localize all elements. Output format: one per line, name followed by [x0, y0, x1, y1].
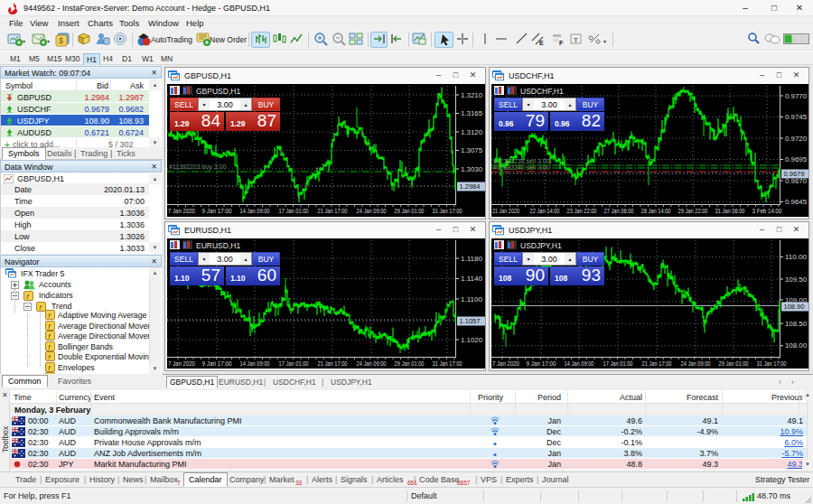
svg-text:1.3075: 1.3075	[461, 146, 482, 154]
svg-text:7 Jan 2020: 7 Jan 2020	[492, 359, 519, 368]
svg-text:0.9695: 0.9695	[785, 155, 807, 163]
svg-text:21 Jan 17:00: 21 Jan 17:00	[318, 207, 348, 215]
svg-text:17 Jan 01:00: 17 Jan 01:00	[279, 207, 309, 215]
svg-text:108.00: 108.00	[785, 341, 807, 350]
svg-text:#11392203 buy 3.00: #11392203 buy 3.00	[169, 163, 226, 171]
svg-text:1.1140: 1.1140	[461, 275, 482, 283]
svg-text:#11392240 sell 3.00: #11392240 sell 3.00	[493, 164, 550, 171]
svg-text:23 Jan 22:00: 23 Jan 22:00	[567, 207, 597, 215]
svg-text:24 Jan 09:00: 24 Jan 09:00	[357, 359, 387, 368]
svg-text:29 Jan 01:00: 29 Jan 01:00	[719, 359, 749, 368]
svg-text:21 Jan 2020: 21 Jan 2020	[492, 207, 519, 215]
svg-text:24 Jan 09:00: 24 Jan 09:00	[681, 359, 711, 368]
svg-text:14 Jan 09:00: 14 Jan 09:00	[565, 359, 594, 368]
svg-text:14 Jan 09:00: 14 Jan 09:00	[240, 207, 270, 215]
svg-text:0.9770: 0.9770	[785, 92, 807, 100]
svg-text:T: T	[574, 36, 578, 44]
svg-text:7 Jan 2020: 7 Jan 2020	[168, 207, 195, 215]
svg-text:1.2984: 1.2984	[460, 182, 481, 191]
svg-text:1.3165: 1.3165	[461, 109, 482, 117]
svg-text:31 Jan 17:00: 31 Jan 17:00	[433, 207, 463, 215]
svg-text:1.1100: 1.1100	[461, 295, 482, 303]
svg-text:9 Jan 17:00: 9 Jan 17:00	[527, 359, 556, 368]
svg-text:9 Jan 17:00: 9 Jan 17:00	[202, 359, 232, 368]
svg-text:31 Jan 06:00: 31 Jan 06:00	[715, 207, 745, 215]
svg-text:21 Jan 17:00: 21 Jan 17:00	[318, 359, 348, 368]
svg-text:0.9745: 0.9745	[785, 113, 807, 121]
svg-text:28 Jan 14:00: 28 Jan 14:00	[641, 207, 671, 215]
svg-text:108.50: 108.50	[785, 320, 807, 328]
svg-text:1.3210: 1.3210	[461, 91, 482, 99]
svg-text:0.9679: 0.9679	[784, 170, 805, 178]
svg-text:29 Jan 01:00: 29 Jan 01:00	[395, 207, 425, 215]
svg-text:17 Jan 01:00: 17 Jan 01:00	[603, 359, 633, 368]
svg-text:29 Jan 22:00: 29 Jan 22:00	[678, 207, 708, 215]
svg-text:24 Jan 09:00: 24 Jan 09:00	[357, 207, 387, 215]
svg-text:0.9645: 0.9645	[785, 198, 807, 206]
svg-text:1.3030: 1.3030	[461, 165, 482, 173]
svg-text:F: F	[559, 40, 564, 46]
svg-text:1.1180: 1.1180	[461, 255, 482, 263]
svg-text:1.1057: 1.1057	[460, 317, 481, 325]
svg-text:0.9720: 0.9720	[785, 135, 807, 143]
svg-text:14 Jan 09:00: 14 Jan 09:00	[240, 359, 270, 368]
svg-text:109.50: 109.50	[785, 275, 807, 284]
svg-text:21 Jan 17:00: 21 Jan 17:00	[642, 359, 672, 368]
svg-text:E: E	[539, 40, 544, 46]
svg-text:3 Feb 14:00: 3 Feb 14:00	[752, 207, 782, 215]
svg-text:17 Jan 01:00: 17 Jan 01:00	[279, 359, 309, 368]
svg-text:31 Jan 17:00: 31 Jan 17:00	[433, 359, 463, 368]
svg-text:110.00: 110.00	[785, 253, 807, 261]
svg-text:7 Jan 2020: 7 Jan 2020	[168, 359, 195, 368]
svg-text:27 Jan 06:00: 27 Jan 06:00	[604, 207, 634, 215]
svg-text:1.3120: 1.3120	[461, 128, 482, 136]
svg-text:31 Jan 17:00: 31 Jan 17:00	[757, 359, 787, 368]
svg-text:29 Jan 01:00: 29 Jan 01:00	[395, 359, 425, 368]
svg-text:#11392238 sell 3.00: #11392238 sell 3.00	[493, 158, 550, 164]
svg-text:108.90: 108.90	[784, 303, 805, 311]
svg-text:22 Jan 14:00: 22 Jan 14:00	[530, 207, 560, 215]
svg-text:9 Jan 17:00: 9 Jan 17:00	[202, 207, 232, 215]
svg-text:$: $	[59, 36, 63, 45]
svg-text:1.1020: 1.1020	[461, 336, 482, 344]
